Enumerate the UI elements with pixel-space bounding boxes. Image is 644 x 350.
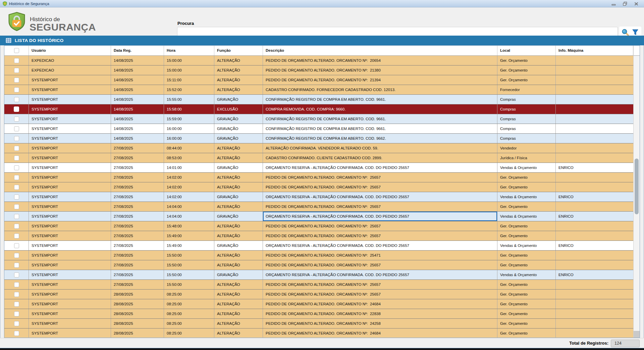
cell-hora[interactable]: 15:55:00 (164, 95, 214, 104)
cell-local[interactable]: Compras (497, 95, 556, 104)
cell-checkbox[interactable] (4, 221, 29, 231)
cell-usuario[interactable]: SYSTEMPORT (29, 329, 111, 338)
table-row[interactable]: EXPEDICAO 14/08/2025 15:00:00 ALTERAÇÃO … (4, 65, 633, 75)
cell-data[interactable]: 28/08/2025 (111, 329, 164, 338)
table-row[interactable]: SYSTEMPORT 14/08/2025 15:55:00 GRAVAÇÃO … (4, 95, 633, 104)
row-checkbox[interactable] (14, 224, 19, 229)
row-checkbox[interactable] (14, 331, 19, 336)
cell-data[interactable]: 27/08/2025 (111, 231, 164, 240)
cell-usuario[interactable]: SYSTEMPORT (29, 309, 111, 318)
cell-descricao[interactable]: PEDIDO DE ORÇAMENTO ALTERADO. ORCAMENTO … (263, 309, 497, 318)
cell-data[interactable]: 14/08/2025 (111, 56, 164, 65)
cell-local[interactable]: Compras (497, 124, 556, 133)
cell-funcao[interactable]: ALTERAÇÃO (214, 319, 263, 328)
cell-descricao[interactable]: ALTERAÇÃO CONFIRMADA. VENDEDOR ALTERADO … (263, 143, 497, 153)
cell-hora[interactable]: 14:04:00 (164, 202, 214, 211)
row-checkbox[interactable] (14, 68, 19, 73)
row-checkbox[interactable] (14, 117, 19, 122)
cell-funcao[interactable]: ALTERAÇÃO (214, 202, 263, 211)
cell-data[interactable]: 27/08/2025 (111, 212, 164, 221)
cell-hora[interactable]: 14:01:00 (164, 163, 214, 172)
cell-funcao[interactable]: GRAVAÇÃO (214, 192, 263, 202)
cell-checkbox[interactable] (4, 173, 29, 182)
cell-hora[interactable]: 16:00:00 (164, 134, 214, 143)
cell-maquina[interactable] (556, 114, 633, 124)
cell-local[interactable]: Ger. Orçamento (497, 251, 556, 260)
cell-local[interactable]: Ger. Orçamento (497, 173, 556, 182)
column-header-data-reg[interactable]: Data Reg. (111, 46, 164, 55)
table-row[interactable]: SYSTEMPORT 27/08/2025 08:44:00 ALTERAÇÃO… (4, 143, 633, 153)
minimize-button[interactable] (611, 2, 616, 6)
row-checkbox[interactable] (14, 126, 19, 131)
table-row[interactable]: SYSTEMPORT 27/08/2025 15:49:00 GRAVAÇÃO … (4, 241, 633, 251)
cell-descricao[interactable]: CADASTRO CONFIRMADO. FORNECEDOR CADASTRA… (263, 85, 497, 94)
cell-local[interactable]: Jurídica / Física (497, 153, 556, 163)
cell-descricao[interactable]: CONFIRMAÇÃO REGISTRO DE COMPRA EM ABERTO… (263, 124, 497, 133)
row-checkbox[interactable] (14, 87, 19, 92)
cell-local[interactable]: Compras (497, 134, 556, 143)
table-row[interactable]: SYSTEMPORT 28/08/2025 08:25:00 ALTERAÇÃO… (4, 299, 633, 309)
cell-local[interactable]: Compras (497, 104, 556, 114)
cell-hora[interactable]: 14:02:00 (164, 173, 214, 182)
cell-maquina[interactable]: ENRICO (556, 212, 633, 221)
cell-descricao[interactable]: COMPRA REMOVIDA. COD. COMPRA: 9660. (263, 104, 497, 114)
cell-descricao[interactable]: PEDIDO DE ORÇAMENTO ALTERADO. ORCAMENTO … (263, 75, 497, 85)
cell-local[interactable]: Ger. Orçamento (497, 182, 556, 192)
cell-data[interactable]: 27/08/2025 (111, 143, 164, 153)
cell-funcao[interactable]: GRAVAÇÃO (214, 212, 263, 221)
cell-usuario[interactable]: SYSTEMPORT (29, 221, 111, 231)
cell-local[interactable]: Ger. Orçamento (497, 65, 556, 75)
select-all-checkbox[interactable] (14, 48, 19, 53)
restore-button[interactable] (623, 2, 627, 6)
cell-usuario[interactable]: SYSTEMPORT (29, 173, 111, 182)
cell-maquina[interactable] (556, 56, 633, 65)
row-checkbox[interactable] (14, 311, 19, 316)
cell-checkbox[interactable] (4, 329, 29, 338)
vertical-scrollbar[interactable] (633, 46, 640, 338)
cell-funcao[interactable]: ALTERAÇÃO (214, 251, 263, 260)
cell-data[interactable]: 14/08/2025 (111, 65, 164, 75)
cell-checkbox[interactable] (4, 143, 29, 153)
cell-data[interactable]: 14/08/2025 (111, 95, 164, 104)
cell-maquina[interactable]: ENRICO (556, 241, 633, 250)
cell-funcao[interactable]: ALTERAÇÃO (214, 143, 263, 153)
row-checkbox[interactable] (14, 272, 19, 277)
table-row[interactable]: SYSTEMPORT 27/08/2025 15:50:00 ALTERAÇÃO… (4, 280, 633, 290)
cell-local[interactable]: Vendas & Orçamento (497, 212, 556, 221)
cell-local[interactable]: Ger. Orçamento (497, 202, 556, 211)
cell-data[interactable]: 27/08/2025 (111, 260, 164, 270)
cell-maquina[interactable] (556, 309, 633, 318)
cell-maquina[interactable] (556, 221, 633, 231)
cell-local[interactable]: Ger. Orçamento (497, 260, 556, 270)
cell-hora[interactable]: 15:50:00 (164, 270, 214, 279)
cell-local[interactable]: Vendas & Orçamento (497, 270, 556, 279)
cell-hora[interactable]: 08:25:00 (164, 319, 214, 328)
cell-usuario[interactable]: SYSTEMPORT (29, 280, 111, 289)
column-header-local[interactable]: Local (497, 46, 556, 55)
table-row[interactable]: SYSTEMPORT 27/08/2025 14:02:00 ALTERAÇÃO… (4, 182, 633, 192)
cell-maquina[interactable] (556, 143, 633, 153)
cell-hora[interactable]: 08:44:00 (164, 143, 214, 153)
cell-hora[interactable]: 08:25:00 (164, 299, 214, 309)
cell-descricao[interactable]: ORÇAMENTO RESERVA - ALTERAÇÃO CONFIRMADA… (263, 212, 497, 221)
cell-checkbox[interactable] (4, 251, 29, 260)
cell-descricao[interactable]: PEDIDO DE ORÇAMENTO ALTERADO. ORCAMENTO … (263, 202, 497, 211)
table-row[interactable]: SYSTEMPORT 14/08/2025 15:58:00 EXCLUSÃO … (4, 104, 633, 114)
cell-checkbox[interactable] (4, 85, 29, 94)
scrollbar-bottom-button[interactable] (634, 331, 640, 338)
cell-hora[interactable]: 08:25:00 (164, 309, 214, 318)
cell-data[interactable]: 14/08/2025 (111, 124, 164, 133)
cell-local[interactable]: Vendas & Orçamento (497, 241, 556, 250)
cell-checkbox[interactable] (4, 182, 29, 192)
cell-data[interactable]: 27/08/2025 (111, 251, 164, 260)
cell-funcao[interactable]: GRAVAÇÃO (214, 241, 263, 250)
cell-local[interactable]: Vendedor (497, 143, 556, 153)
cell-checkbox[interactable] (4, 202, 29, 211)
cell-checkbox[interactable] (4, 75, 29, 85)
column-header-hora[interactable]: Hora (164, 46, 214, 55)
cell-hora[interactable]: 15:00:00 (164, 56, 214, 65)
column-header-funcao[interactable]: Função (214, 46, 263, 55)
search-button[interactable] (621, 28, 629, 36)
cell-funcao[interactable]: ALTERAÇÃO (214, 299, 263, 309)
cell-usuario[interactable]: SYSTEMPORT (29, 143, 111, 153)
